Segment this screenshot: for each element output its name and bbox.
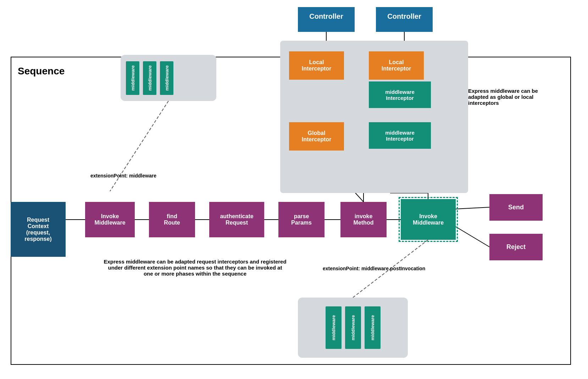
step-invoke-middleware-1: InvokeMiddleware [85, 202, 135, 237]
request-context-box: RequestContext(request,response) [11, 202, 66, 257]
middleware-box-bottom-1: middleware [326, 306, 342, 349]
middleware-group-top: middleware middleware middleware [121, 55, 216, 101]
step-invoke-method-label: invokeMethod [354, 213, 374, 226]
annotation-express-adaptor: Express middleware can be adapted as glo… [468, 88, 539, 106]
step-invoke-mw-1-label: InvokeMiddleware [94, 213, 125, 226]
step-auth-req-label: authenticateRequest [220, 213, 253, 226]
step-find-route: findRoute [149, 202, 195, 237]
local-interceptor-1-label: LocalInterceptor [302, 59, 332, 72]
annotation-ext-mw-label: extensionPoint: middleware [90, 173, 156, 179]
step-invoke-method: invokeMethod [340, 202, 387, 237]
annotation-bottom-label: Express middleware can be adapted reques… [104, 259, 286, 277]
middleware-group-bottom: middleware middleware middleware [298, 298, 408, 358]
controller-2-label: Controller [387, 12, 421, 20]
step-authenticate-request: authenticateRequest [209, 202, 264, 237]
controller-box-2: Controller [376, 7, 433, 32]
send-box: Send [489, 194, 543, 221]
annotation-ext-post-label: extensionPoint: middleware.postInvocatio… [323, 266, 425, 271]
send-label: Send [508, 204, 524, 211]
step-find-route-label: findRoute [164, 213, 180, 226]
diagram-container: Sequence RequestContext(request,response… [0, 0, 588, 379]
global-interceptor-label: GlobalInterceptor [302, 130, 332, 143]
step-parse-params: parseParams [278, 202, 324, 237]
local-interceptor-2-label: LocalInterceptor [382, 59, 411, 72]
annotation-extension-point-post: extensionPoint: middleware.postInvocatio… [323, 266, 425, 271]
middleware-box-bottom-2: middleware [345, 306, 361, 349]
middleware-interceptor-2: middlewareInterceptor [369, 122, 431, 149]
annotation-bottom-text: Express middleware can be adapted reques… [103, 259, 287, 277]
mw-interceptor-2-label: middlewareInterceptor [385, 130, 415, 142]
middleware-box-top-2: middleware [143, 61, 156, 95]
controller-1-label: Controller [309, 12, 343, 20]
middleware-box-bottom-3: middleware [365, 306, 381, 349]
global-interceptor: GlobalInterceptor [289, 122, 344, 151]
middleware-box-top-3: middleware [160, 61, 173, 95]
request-context-label: RequestContext(request,response) [24, 217, 51, 242]
annotation-extension-point-mw: extensionPoint: middleware [90, 173, 156, 179]
mw-interceptor-1-label: middlewareInterceptor [385, 89, 415, 101]
local-interceptor-1: LocalInterceptor [289, 51, 344, 80]
middleware-interceptor-1: middlewareInterceptor [369, 81, 431, 108]
reject-label: Reject [506, 243, 526, 251]
sequence-label: Sequence [18, 66, 65, 77]
middleware-box-top-1: middleware [126, 61, 139, 95]
local-interceptor-2: LocalInterceptor [369, 51, 424, 80]
step-invoke-mw-2-label: InvokeMiddleware [413, 213, 444, 226]
step-invoke-middleware-2: InvokeMiddleware [401, 199, 456, 240]
controller-box-1: Controller [298, 7, 355, 32]
reject-box: Reject [489, 234, 543, 260]
annotation-express-right-label: Express middleware can be adapted as glo… [468, 88, 538, 106]
step-parse-params-label: parseParams [291, 213, 312, 226]
